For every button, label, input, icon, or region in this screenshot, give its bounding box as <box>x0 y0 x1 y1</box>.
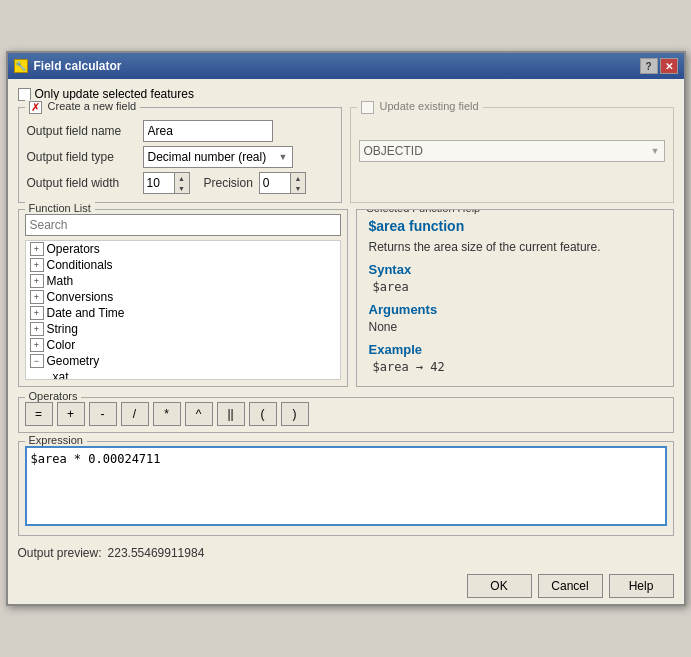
only-update-row: Only update selected features <box>18 87 674 101</box>
operators-box: Operators = + - / * ^ || ( ) <box>18 397 674 433</box>
help-syntax-value: $area <box>373 280 661 294</box>
create-new-checkbox[interactable]: ✗ <box>29 101 42 114</box>
update-existing-label: Update existing field <box>380 100 479 112</box>
create-new-label: Create a new field <box>48 100 137 112</box>
help-description: Returns the area size of the current fea… <box>369 240 661 254</box>
width-up-btn[interactable]: ▲ <box>175 173 189 183</box>
precision-up-btn[interactable]: ▲ <box>291 173 305 183</box>
op-close-paren[interactable]: ) <box>281 402 309 426</box>
main-panels: Function List + Operators + Conditionals <box>18 209 674 387</box>
precision-spinbox[interactable]: ▲ ▼ <box>259 172 306 194</box>
output-width-value[interactable] <box>144 173 174 193</box>
output-name-row: Output field name <box>27 120 333 142</box>
tree-conversions[interactable]: + Conversions <box>26 289 340 305</box>
help-title-button[interactable]: ? <box>640 58 658 74</box>
output-width-row: Output field width ▲ ▼ Precision ▲ ▼ <box>27 172 333 194</box>
math-label: Math <box>47 274 74 288</box>
datetime-expander[interactable]: + <box>30 306 44 320</box>
conditionals-expander[interactable]: + <box>30 258 44 272</box>
op-divide[interactable]: / <box>121 402 149 426</box>
cancel-button[interactable]: Cancel <box>538 574 603 598</box>
output-width-spinbox[interactable]: ▲ ▼ <box>143 172 190 194</box>
precision-label: Precision <box>204 176 253 190</box>
dialog-content: Only update selected features ✗ Create a… <box>8 79 684 568</box>
tree-geometry[interactable]: − Geometry <box>26 353 340 369</box>
tree-string[interactable]: + String <box>26 321 340 337</box>
help-arguments-label: Arguments <box>369 302 661 317</box>
op-plus[interactable]: + <box>57 402 85 426</box>
help-button[interactable]: Help <box>609 574 674 598</box>
op-multiply[interactable]: * <box>153 402 181 426</box>
output-width-label: Output field width <box>27 176 137 190</box>
tree-math[interactable]: + Math <box>26 273 340 289</box>
only-update-label: Only update selected features <box>35 87 194 101</box>
width-spinbox-buttons: ▲ ▼ <box>174 173 189 193</box>
ok-button[interactable]: OK <box>467 574 532 598</box>
expression-textarea[interactable]: $area * 0.00024711 <box>25 446 667 526</box>
conditionals-label: Conditionals <box>47 258 113 272</box>
left-panel: Function List + Operators + Conditionals <box>18 209 348 387</box>
output-preview-value: 223.55469911984 <box>108 546 205 560</box>
close-button[interactable]: ✕ <box>660 58 678 74</box>
width-down-btn[interactable]: ▼ <box>175 183 189 193</box>
help-syntax-label: Syntax <box>369 262 661 277</box>
string-expander[interactable]: + <box>30 322 44 336</box>
help-example-value: $area → 42 <box>373 360 661 374</box>
output-type-select[interactable]: Decimal number (real) ▼ <box>143 146 293 168</box>
op-power[interactable]: ^ <box>185 402 213 426</box>
tree-operators[interactable]: + Operators <box>26 241 340 257</box>
color-expander[interactable]: + <box>30 338 44 352</box>
operators-expander[interactable]: + <box>30 242 44 256</box>
create-new-field-group: ✗ Create a new field Output field name O… <box>18 107 342 203</box>
window-title: Field calculator <box>34 59 122 73</box>
math-expander[interactable]: + <box>30 274 44 288</box>
tree-xat[interactable]: xat <box>26 369 340 380</box>
output-name-input[interactable] <box>143 120 273 142</box>
search-input[interactable] <box>25 214 341 236</box>
geometry-label: Geometry <box>47 354 100 368</box>
operator-buttons: = + - / * ^ || ( ) <box>25 402 667 426</box>
op-concat[interactable]: || <box>217 402 245 426</box>
create-group-label: ✗ Create a new field <box>25 100 141 114</box>
only-update-checkbox[interactable] <box>18 88 31 101</box>
tree-color[interactable]: + Color <box>26 337 340 353</box>
update-field-select[interactable]: OBJECTID ▼ <box>359 140 665 162</box>
output-preview-row: Output preview: 223.55469911984 <box>18 542 674 560</box>
op-open-paren[interactable]: ( <box>249 402 277 426</box>
tree-conditionals[interactable]: + Conditionals <box>26 257 340 273</box>
geometry-expander[interactable]: − <box>30 354 44 368</box>
update-select-arrow: ▼ <box>651 146 660 156</box>
update-existing-checkbox[interactable] <box>361 101 374 114</box>
tree-datetime[interactable]: + Date and Time <box>26 305 340 321</box>
precision-spinbox-buttons: ▲ ▼ <box>290 173 305 193</box>
datetime-label: Date and Time <box>47 306 125 320</box>
precision-down-btn[interactable]: ▼ <box>291 183 305 193</box>
update-group-label: Update existing field <box>357 100 483 114</box>
title-bar: 🔧 Field calculator ? ✕ <box>8 53 684 79</box>
type-select-arrow: ▼ <box>279 152 288 162</box>
title-buttons: ? ✕ <box>640 58 678 74</box>
precision-value[interactable] <box>260 173 290 193</box>
output-name-label: Output field name <box>27 124 137 138</box>
update-existing-field-group: Update existing field OBJECTID ▼ <box>350 107 674 203</box>
help-arguments-value: None <box>369 320 661 334</box>
expression-label: Expression <box>25 434 87 446</box>
function-list-box: Function List + Operators + Conditionals <box>18 209 348 387</box>
field-calculator-window: 🔧 Field calculator ? ✕ Only update selec… <box>6 51 686 606</box>
op-minus[interactable]: - <box>89 402 117 426</box>
function-tree-scroll[interactable]: + Operators + Conditionals + Math <box>25 240 341 380</box>
op-equals[interactable]: = <box>25 402 53 426</box>
color-label: Color <box>47 338 76 352</box>
bottom-buttons: OK Cancel Help <box>8 568 684 604</box>
conversions-expander[interactable]: + <box>30 290 44 304</box>
output-type-label: Output field type <box>27 150 137 164</box>
xat-label: xat <box>53 370 69 380</box>
help-title: $area function <box>369 218 661 234</box>
help-content: $area function Returns the area size of … <box>365 214 665 378</box>
help-example-label: Example <box>369 342 661 357</box>
field-mode-section: ✗ Create a new field Output field name O… <box>18 107 674 203</box>
title-bar-left: 🔧 Field calculator <box>14 59 122 73</box>
right-panel: Selected Function Help $area function Re… <box>356 209 674 387</box>
function-list-label: Function List <box>25 202 95 214</box>
operators-label: Operators <box>25 390 82 402</box>
